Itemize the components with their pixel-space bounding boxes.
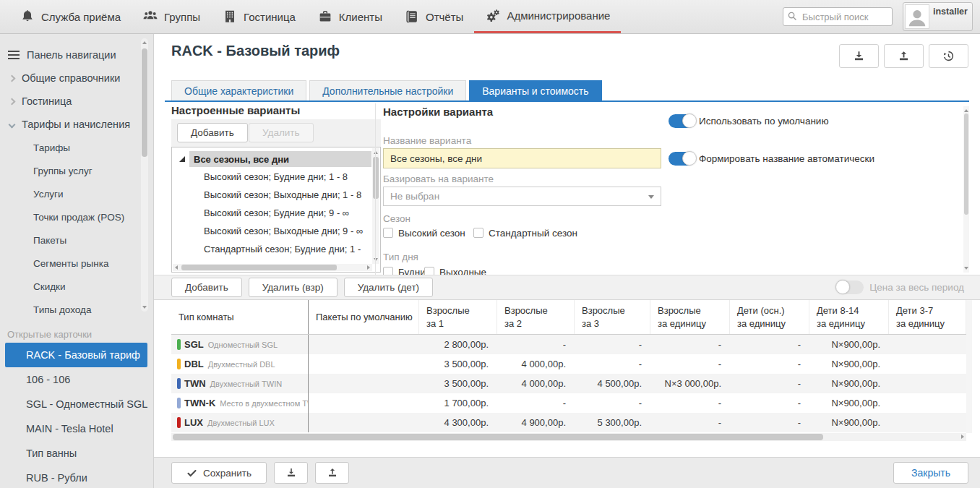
price-cell[interactable]	[309, 354, 419, 374]
column-header[interactable]: Взрослыеза 3	[575, 300, 650, 334]
price-cell[interactable]	[309, 335, 419, 354]
price-cell[interactable]: -	[730, 374, 809, 393]
auto-name-toggle[interactable]	[669, 152, 695, 166]
table-row[interactable]: TWN-KМесто в двухместном TWIN1 700,00р.-…	[171, 393, 966, 413]
sidebar-item-service-groups[interactable]: Группы услуг	[0, 159, 153, 182]
price-cell[interactable]: -	[730, 354, 809, 374]
scroll-up-arrow[interactable]	[142, 41, 147, 44]
column-header[interactable]: Дети 3-7за единицу	[889, 300, 966, 334]
menu-groups[interactable]: Группы	[132, 0, 211, 33]
price-cell[interactable]: -	[575, 393, 650, 413]
price-cell[interactable]: 4 900,00р.	[497, 413, 575, 432]
price-cell[interactable]: 4 300,00р.	[419, 413, 497, 432]
table-row[interactable]: DBLДвухместный DBL3 500,00р.4 000,00р.--…	[171, 354, 966, 374]
price-cell[interactable]: 2 800,00р.	[419, 335, 497, 354]
sidebar-item-tariffs[interactable]: Тарифы	[0, 136, 153, 159]
scroll-up-arrow[interactable]	[964, 109, 968, 112]
menu-front-desk[interactable]: Служба приёма	[9, 0, 132, 33]
scroll-up-arrow[interactable]	[374, 151, 378, 154]
tab-additional-settings[interactable]: Дополнительные настройки	[309, 80, 466, 100]
sidebar-item-hotel[interactable]: Гостиница	[0, 90, 153, 113]
scroll-down-arrow[interactable]	[964, 267, 968, 270]
scroll-down-arrow[interactable]	[374, 258, 378, 261]
price-cell[interactable]: N×900,00р.	[809, 354, 889, 374]
price-cell[interactable]: -	[575, 354, 650, 374]
sidebar-item-common-directories[interactable]: Общие справочники	[0, 67, 153, 90]
close-button[interactable]: Закрыть	[893, 462, 968, 484]
sidebar-item-market-segments[interactable]: Сегменты рынка	[0, 252, 153, 275]
price-cell[interactable]: 4 000,00р.	[497, 354, 575, 374]
menu-reports[interactable]: Отчёты	[393, 0, 474, 33]
price-cell[interactable]: -	[575, 335, 650, 354]
delete-adult-price-button[interactable]: Удалить (взр)	[249, 278, 338, 297]
variant-name-input[interactable]: Все сезоны, все дни	[383, 148, 661, 168]
sidebar-item-income-types[interactable]: Типы дохода	[0, 298, 153, 321]
column-header[interactable]: Взрослыеза единицу	[650, 300, 730, 334]
delete-child-price-button[interactable]: Удалить (дет)	[344, 278, 433, 297]
price-cell[interactable]	[309, 413, 419, 432]
scrollbar-thumb[interactable]	[142, 48, 147, 157]
open-card-room-106[interactable]: 106 - 106	[0, 367, 153, 392]
price-cell[interactable]: -	[650, 335, 730, 354]
high-season-checkbox[interactable]	[383, 228, 393, 238]
column-header[interactable]: Дети (осн.)за единицу	[730, 300, 809, 334]
column-header[interactable]: Дети 8-14за единицу	[809, 300, 889, 334]
price-cell[interactable]	[309, 393, 419, 413]
base-variant-select[interactable]: Не выбран	[383, 187, 661, 206]
price-cell[interactable]	[889, 374, 966, 393]
tree-item[interactable]: Высокий сезон; Будние дни; 1 - 8	[172, 168, 380, 186]
price-per-period-toggle[interactable]	[837, 281, 864, 294]
scroll-right-arrow[interactable]	[367, 265, 370, 270]
price-cell[interactable]	[889, 393, 966, 413]
delete-variant-button[interactable]: Удалить	[249, 123, 314, 142]
column-header[interactable]: Пакеты по умолчанию	[309, 300, 419, 334]
price-cell[interactable]: 3 500,00р.	[419, 374, 497, 393]
price-cell[interactable]: -	[730, 393, 809, 413]
price-cell[interactable]	[889, 335, 966, 354]
price-cell[interactable]: -	[650, 413, 730, 432]
scrollbar-thumb[interactable]	[373, 157, 379, 199]
tree-root-item[interactable]: Все сезоны, все дни	[172, 150, 380, 168]
column-header[interactable]: Взрослыеза 2	[497, 300, 575, 334]
user-menu[interactable]: installer	[903, 2, 973, 31]
tree-item[interactable]: Высокий сезон; Выходные дни; 9 - ∞	[172, 222, 380, 240]
scroll-left-arrow[interactable]	[175, 265, 178, 270]
price-cell[interactable]: 4 500,00р.	[575, 374, 650, 393]
tab-variants-and-price[interactable]: Варианты и стоимость	[469, 80, 601, 100]
tree-item[interactable]: Высокий сезон; Выходные дни; 1 - 8	[172, 186, 380, 204]
price-cell[interactable]	[889, 354, 966, 374]
open-card-main-hotel[interactable]: MAIN - Tesla Hotel	[0, 416, 153, 441]
price-cell[interactable]: N×900,00р.	[809, 393, 889, 413]
open-card-sgl[interactable]: SGL - Одноместный SGL	[0, 392, 153, 416]
scroll-down-arrow[interactable]	[142, 306, 147, 309]
export-button[interactable]	[839, 44, 879, 68]
open-card-rack-tariff[interactable]: RACK - Базовый тариф	[5, 343, 147, 367]
price-cell[interactable]: N×900,00р.	[809, 335, 889, 354]
import-button[interactable]	[315, 462, 349, 484]
import-button[interactable]	[884, 44, 924, 68]
price-cell[interactable]: -	[730, 335, 809, 354]
price-cell[interactable]: N×900,00р.	[809, 374, 889, 393]
table-row[interactable]: SGLОдноместный SGL2 800,00р.----N×900,00…	[171, 335, 966, 354]
price-cell[interactable]: 5 300,00р.	[575, 413, 650, 432]
standard-season-checkbox[interactable]	[473, 228, 483, 238]
sidebar-item-services[interactable]: Услуги	[0, 182, 153, 205]
column-header[interactable]: Взрослыеза 1	[419, 300, 497, 334]
add-price-row-button[interactable]: Добавить	[171, 278, 242, 297]
sidebar-item-navigation-panel[interactable]: Панель навигации	[0, 43, 153, 67]
sidebar-item-discounts[interactable]: Скидки	[0, 275, 153, 298]
scrollbar-thumb[interactable]	[181, 265, 337, 270]
price-cell[interactable]: 3 500,00р.	[419, 354, 497, 374]
search-input[interactable]	[783, 7, 893, 26]
table-row[interactable]: TWNДвухместный TWIN3 500,00р.4 000,00р.4…	[171, 374, 966, 393]
price-cell[interactable]: -	[730, 413, 809, 432]
price-cell[interactable]: -	[497, 393, 575, 413]
price-cell[interactable]: 4 000,00р.	[497, 374, 575, 393]
column-header[interactable]: Тип комнаты	[171, 300, 309, 334]
scroll-right-arrow[interactable]	[961, 435, 964, 439]
price-cell[interactable]	[889, 413, 966, 432]
sidebar-item-packages[interactable]: Пакеты	[0, 228, 153, 252]
menu-clients[interactable]: Клиенты	[306, 0, 393, 33]
price-cell[interactable]: N×3 000,00р.	[650, 374, 730, 393]
price-cell[interactable]: N×900,00р.	[809, 413, 889, 432]
